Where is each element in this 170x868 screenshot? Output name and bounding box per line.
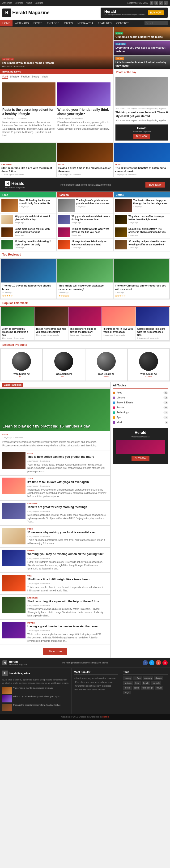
nav-posts[interactable]: POSTS	[31, 20, 45, 27]
food-item-3[interactable]: 11 healthy benefits of drinking 2 cups o…	[0, 239, 56, 251]
reviewed-card-2[interactable]: This article will make your backpage exp…	[57, 259, 113, 299]
list-article-2[interactable]: YOGA It's time to fall in love with yoga…	[0, 476, 110, 500]
cat-item-fashion[interactable]: Fashion 22	[113, 405, 168, 410]
popular-card-3[interactable]: The beginner's guide to buying the right…	[68, 307, 102, 340]
coffee-item-1[interactable]: Why dark roast coffee is always better t…	[114, 214, 170, 226]
banner-buy-button[interactable]: BUY NOW	[145, 182, 165, 188]
footer-popular-item-2[interactable]: › Everything you ever need to know about	[74, 680, 118, 684]
tag-yoga[interactable]: yoga	[123, 691, 131, 694]
twitter-icon[interactable]: t	[155, 1, 158, 5]
tag-technology[interactable]: technology	[141, 686, 155, 690]
tag-coffee[interactable]: coffee	[133, 677, 142, 680]
article-card-3[interactable]: MUSIC The 10 interesting benefits of lis…	[114, 143, 170, 177]
topbar-advertise[interactable]: Advertise	[2, 2, 12, 4]
article-card-1[interactable]: LIFESTYLE Start recording like a pro wit…	[0, 143, 56, 177]
food-item-1[interactable]: Why you should drink at least 1 glass of…	[0, 214, 56, 226]
hero-side-item-1[interactable]: FOOD Grandma's secret blueberry pie reci…	[113, 27, 170, 40]
show-more-button[interactable]: Show more	[43, 648, 68, 655]
nav-explore[interactable]: EXPLORE	[45, 20, 62, 27]
food-item-featured[interactable]: Keep 10 healthy habits you should daily …	[0, 197, 56, 214]
cat-lifestyle[interactable]: Lifestyle	[10, 75, 19, 79]
tag-beauty[interactable]: beauty	[123, 677, 132, 680]
list-article-7[interactable]: LIFESTYLE Start recording like a pro wit…	[0, 595, 110, 620]
nav-features[interactable]: FEATURES	[96, 20, 114, 27]
nav-contact[interactable]: CONTACT	[114, 20, 131, 27]
tag-music[interactable]: music	[123, 686, 132, 690]
tag-health[interactable]: health	[142, 681, 150, 685]
topbar-contact[interactable]: Contact	[34, 2, 42, 4]
cat-item-sport[interactable]: Sport 19	[113, 415, 168, 420]
rss-icon[interactable]: r	[164, 1, 168, 5]
product-2[interactable]: Woo Album #4 $15.00	[43, 349, 84, 380]
tag-food[interactable]: food	[134, 681, 141, 685]
footer-popular-item-4[interactable]: › Little known facts about football	[74, 688, 118, 691]
tag-cooking[interactable]: cooking	[143, 677, 153, 680]
tag-design[interactable]: design	[154, 677, 163, 680]
breaking-article-2[interactable]: What do your friends really think about …	[57, 83, 110, 137]
google-icon[interactable]: g+	[159, 1, 163, 5]
cat-item-tech[interactable]: Technology 11	[113, 410, 168, 415]
footer-popular-item-1[interactable]: › The simplest way to make recipe creata…	[74, 677, 118, 680]
footer-pinterest-icon[interactable]: p	[163, 660, 168, 665]
coffee-item-3[interactable]: 30 healthy recipes when it comes to usin…	[114, 239, 170, 251]
cat-item-travel[interactable]: Travel & Events 14	[113, 400, 168, 405]
coffee-item-2[interactable]: Should you drink coffee? The answer is a…	[114, 226, 170, 239]
reviewed-card-3[interactable]: The only Christmas dinner resources you …	[113, 259, 169, 299]
nav-media[interactable]: MEDIA AREA	[75, 20, 96, 27]
popular-card-1[interactable]: Learn to play golf by practicing 15 minu…	[1, 307, 34, 340]
reviewed-card-1[interactable]: The top 10 travelling taboos you should …	[1, 259, 57, 299]
footer-mini-article-3[interactable]: Pasta is the secret ingredient for a hea…	[2, 704, 69, 711]
topbar-about[interactable]: About	[26, 2, 32, 4]
list-article-1[interactable]: FOOD This is how coffee can help you pre…	[0, 451, 110, 475]
sidebar-ad-btn[interactable]: BUY NOW	[132, 456, 149, 461]
cat-fashion[interactable]: Fashion	[21, 75, 30, 79]
footer-theme-link[interactable]: Herald	[102, 716, 109, 718]
popular-card-4[interactable]: It's time to fall in love with yoga all …	[102, 307, 135, 340]
popular-card-5[interactable]: Start recording like a pro with the help…	[136, 307, 169, 340]
hero-side-item-2[interactable]: FASHION Everything you ever need to know…	[113, 41, 170, 55]
popular-card-2[interactable]: This is how coffee can help you predict …	[34, 307, 68, 340]
site-logo[interactable]: H Herald Magazine	[2, 8, 49, 17]
list-article-4[interactable]: FOOD 11 reasons why making your food is …	[0, 526, 110, 547]
tag-lifestyle[interactable]: lifestyle	[151, 681, 161, 685]
footer-popular-item-3[interactable]: › Grandma's secret blueberry pie recipe	[74, 684, 118, 688]
cat-beauty[interactable]: Beauty	[32, 75, 39, 79]
nav-pages[interactable]: PAGES	[62, 20, 75, 27]
product-3[interactable]: Woo Single #1 $9.00	[86, 349, 127, 380]
cat-item-food[interactable]: Food 25	[113, 391, 168, 395]
article-card-2[interactable]: FOOD Having a great time in the movies i…	[57, 143, 113, 177]
product-1[interactable]: Woo Single #2 $9.00	[1, 349, 42, 380]
topbar-sitemap[interactable]: Sitemap	[14, 2, 23, 4]
cat-item-lifestyle[interactable]: Lifestyle 18	[113, 395, 168, 400]
food-item-2[interactable]: Some extra coffee will you with your mor…	[0, 226, 56, 239]
breaking-article-1[interactable]: Pasta is the secret ingredient for a hea…	[2, 83, 56, 137]
fashion-item-featured[interactable]: The beginner's guide to how you should d…	[57, 197, 113, 214]
nav-home[interactable]: HOME	[0, 20, 12, 27]
header-buy-button[interactable]: BUY NOW	[148, 10, 164, 15]
coffee-item-featured[interactable]: The best coffee can help you through the…	[114, 197, 170, 214]
footer-facebook-icon[interactable]: f	[143, 660, 148, 665]
footer-mini-article-1[interactable]: The simplest way to make recipe creatabl…	[2, 687, 69, 694]
hero-main-article[interactable]: LIFESTYLE The simplest way to make recip…	[0, 27, 113, 69]
hero-side-item-3[interactable]: SPORT Little known facts about football …	[113, 56, 170, 69]
list-article-3[interactable]: LIFESTYLE Tablets are great for early mo…	[0, 501, 110, 525]
list-article-6[interactable]: TIPS 10 ultimate tips to lift weight lik…	[0, 573, 110, 594]
tag-travel[interactable]: travel	[155, 686, 163, 690]
list-article-8[interactable]: MOVIES Having a great time in the movies…	[0, 620, 110, 645]
nav-webinars[interactable]: WEBINARS	[12, 20, 31, 27]
search-input[interactable]	[144, 21, 168, 25]
product-4[interactable]: Woo Album #3 $15.00	[128, 349, 169, 380]
footer-mini-article-2[interactable]: What do your friends really think about …	[2, 695, 69, 703]
tag-fashion[interactable]: fashion	[123, 681, 133, 685]
cat-item-music[interactable]: Music 8	[113, 420, 168, 425]
cat-food[interactable]: Food	[2, 75, 8, 79]
footer-google-icon[interactable]: g	[156, 660, 161, 665]
footer-twitter-icon[interactable]: t	[149, 660, 155, 665]
fashion-item-2[interactable]: Thinking about what to wear? We have all…	[57, 226, 113, 239]
fashion-item-1[interactable]: Why you should avoid dark colors during …	[57, 214, 113, 226]
fashion-item-3[interactable]: 11 ways to dress fabulously for every oc…	[57, 239, 113, 251]
list-article-5[interactable]: GAMING Warning: you may be missing out o…	[0, 548, 110, 572]
facebook-icon[interactable]: f	[150, 1, 154, 5]
tag-sport[interactable]: sport	[133, 686, 140, 690]
photo-ad-buy-btn[interactable]: BUY NOW	[133, 134, 150, 138]
